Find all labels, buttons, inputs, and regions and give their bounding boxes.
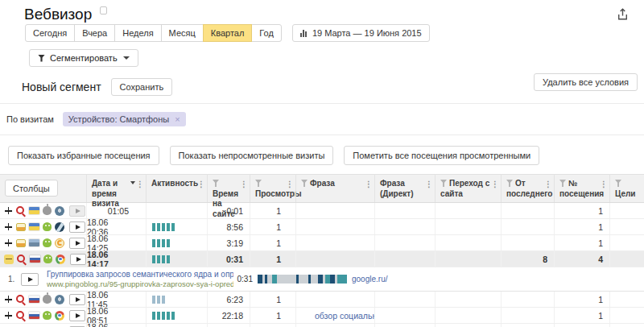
- divider: [0, 103, 644, 104]
- phrase-direct-cell: [374, 308, 435, 323]
- filter-icon: [38, 55, 45, 62]
- visit-icons-cell: [0, 235, 86, 250]
- android-os-icon: [43, 222, 52, 231]
- expand-row-icon[interactable]: [4, 206, 13, 215]
- visit-number: 1: [598, 295, 603, 304]
- delete-all-conditions-button[interactable]: Удалить все условия: [534, 73, 638, 91]
- play-visit-button[interactable]: [69, 310, 85, 321]
- search-phrase[interactable]: обзор социальных ...: [315, 311, 374, 321]
- play-pageview-button[interactable]: [21, 273, 39, 286]
- visit-number: 1: [598, 222, 603, 232]
- activity-cell: [146, 308, 207, 323]
- pageview-url: www.pingoblog.ru/95-gruppirovka-zaprosov…: [47, 279, 233, 289]
- search-phrase-cell: [295, 251, 374, 267]
- pageview-title-link[interactable]: Группировка запросов семантического ядра…: [47, 269, 233, 279]
- period-tab-6[interactable]: Год: [251, 24, 282, 42]
- column-header-9[interactable]: № посещения⋮: [554, 175, 609, 202]
- filter-funnel-icon[interactable]: [559, 180, 566, 187]
- column-header-5[interactable]: Фраза⋮: [295, 175, 374, 202]
- expand-row-icon[interactable]: [4, 311, 13, 320]
- play-icon: [76, 241, 80, 246]
- expand-row-icon[interactable]: [4, 238, 13, 247]
- column-menu-icon[interactable]: ⋮: [365, 180, 373, 190]
- save-segment-button[interactable]: Сохранить: [111, 78, 173, 96]
- android-os-icon: [43, 238, 52, 247]
- column-header-10[interactable]: Цели: [609, 175, 644, 202]
- visit-row: 18.06 03:020:10184: [0, 324, 644, 327]
- play-visit-button[interactable]: [69, 238, 85, 249]
- column-header-2[interactable]: Активность⋮: [146, 175, 207, 202]
- period-tab-2[interactable]: Вчера: [74, 24, 115, 42]
- column-menu-icon[interactable]: ⋮: [286, 180, 294, 190]
- bookmark-icon[interactable]: [100, 6, 107, 14]
- country-flag-icon-ru: [29, 296, 39, 303]
- filter-funnel-icon[interactable]: [213, 180, 219, 187]
- activity-bars: [147, 312, 176, 320]
- filter-funnel-icon[interactable]: [440, 180, 447, 187]
- date-range-button[interactable]: 19 Марта — 19 Июня 2015: [292, 24, 430, 42]
- expand-row-icon[interactable]: [4, 295, 13, 304]
- visit-icons-cell: [0, 219, 86, 234]
- calendar-chart-icon: [300, 29, 308, 37]
- column-menu-icon[interactable]: ⋮: [544, 180, 552, 190]
- export-button[interactable]: [613, 6, 631, 23]
- pageview-timeline[interactable]: [258, 275, 347, 284]
- play-visit-button[interactable]: [69, 221, 85, 233]
- views-count-cell: 1: [250, 219, 295, 234]
- segment-button-label: Сегментировать: [50, 53, 118, 63]
- column-menu-icon[interactable]: ⋮: [197, 180, 205, 190]
- action-button-3[interactable]: Пометить все посещения просмотренными: [344, 146, 539, 165]
- visit-number-cell: 1: [554, 203, 609, 218]
- time-on-site-cell: 0:10: [207, 324, 250, 327]
- period-tab-4[interactable]: Месяц: [161, 24, 204, 42]
- activity-bars: [147, 223, 176, 231]
- filter-funnel-icon[interactable]: [615, 180, 621, 187]
- play-visit-button[interactable]: [69, 294, 85, 305]
- collapse-row-icon[interactable]: [4, 255, 14, 264]
- sort-desc-icon[interactable]: [130, 181, 135, 184]
- activity-cell: [146, 235, 207, 250]
- period-tab-1[interactable]: Сегодня: [25, 24, 75, 42]
- segment-title: Новый сегмент: [22, 81, 101, 93]
- table-header: Столбцы Дата и время визита⋮Активность⋮В…: [0, 174, 644, 203]
- visit-icons-cell: [0, 203, 86, 218]
- column-menu-icon[interactable]: ⋮: [425, 180, 433, 190]
- filter-funnel-icon[interactable]: [255, 180, 262, 187]
- site-referrer-cell: [435, 324, 501, 327]
- column-header-3[interactable]: Время на сайте⋮: [207, 175, 250, 202]
- action-button-1[interactable]: Показать избранные посещения: [8, 146, 159, 165]
- action-button-2[interactable]: Показать непросмотренные визиты: [170, 146, 334, 165]
- phrase-direct-cell: [374, 235, 435, 250]
- goals-cell: [609, 203, 644, 218]
- visit-datetime: 18.06 14:17: [87, 251, 129, 267]
- column-header-1[interactable]: Дата и время визита⋮: [86, 175, 146, 202]
- column-menu-icon[interactable]: ⋮: [136, 180, 144, 190]
- days-from-last-cell: [501, 203, 554, 218]
- column-header-6[interactable]: Фраза (Директ)⋮: [374, 175, 435, 202]
- column-menu-icon[interactable]: ⋮: [491, 180, 499, 190]
- phrase-direct-cell: [374, 219, 435, 234]
- safari-browser-icon: [55, 295, 64, 304]
- column-header-8[interactable]: От последнего⋮: [501, 175, 554, 202]
- columns-button[interactable]: Столбцы: [5, 180, 58, 197]
- filter-funnel-icon[interactable]: [301, 180, 308, 187]
- play-visit-button[interactable]: [70, 254, 86, 265]
- column-header-4[interactable]: Просмотры⋮: [250, 175, 295, 202]
- views-count-cell: 1: [250, 203, 295, 218]
- column-label: Дата и время визита: [92, 179, 119, 208]
- goals-cell: [609, 219, 644, 234]
- visit-number-cell: 4: [554, 324, 609, 327]
- expand-row-icon[interactable]: [4, 222, 13, 231]
- visit-datetime-cell: 18.06 11:45: [86, 292, 146, 307]
- segment-condition-tag[interactable]: Устройство: Смартфоны ×: [63, 112, 186, 126]
- column-menu-icon[interactable]: ⋮: [600, 180, 608, 190]
- period-tab-3[interactable]: Неделя: [114, 24, 161, 42]
- chrome-browser-icon: [55, 311, 64, 321]
- column-header-7[interactable]: Переход с сайта⋮: [435, 175, 501, 202]
- column-menu-icon[interactable]: ⋮: [240, 180, 248, 190]
- filter-funnel-icon[interactable]: [506, 180, 513, 187]
- visit-referrer-link[interactable]: google.ru/: [352, 275, 387, 284]
- period-tab-5[interactable]: Квартал: [203, 24, 253, 42]
- remove-condition-icon[interactable]: ×: [175, 114, 180, 124]
- segment-button[interactable]: Сегментировать: [29, 49, 138, 67]
